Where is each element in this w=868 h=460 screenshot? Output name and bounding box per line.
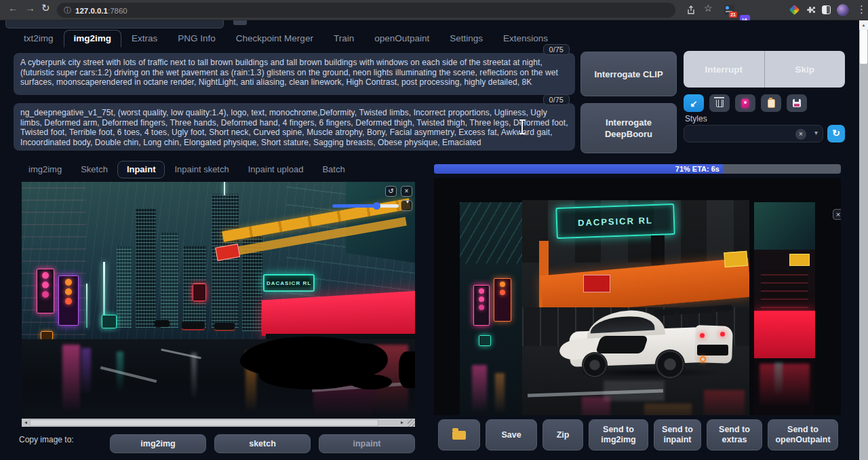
interrogate-deepbooru-button[interactable]: Interrogate DeepBooru xyxy=(580,103,677,153)
address-bar[interactable]: ⓘ 127.0.0.1:7860 xyxy=(57,3,675,18)
interrupt-skip-group: Interrupt Skip xyxy=(684,51,845,88)
scroll-left-icon[interactable]: ◂ xyxy=(22,419,30,427)
brush-size-slider[interactable] xyxy=(332,204,399,208)
canvas-scrollbar[interactable]: ◂ ▸ xyxy=(22,419,415,427)
clear-prompt-button[interactable] xyxy=(709,94,730,112)
chevron-down-icon[interactable]: ▾ xyxy=(814,129,818,136)
open-folder-button[interactable] xyxy=(438,419,480,451)
tab-settings[interactable]: Settings xyxy=(439,30,493,47)
close-icon: × xyxy=(836,210,840,218)
save-style-button[interactable] xyxy=(787,94,807,112)
refresh-styles-button[interactable]: ↻ xyxy=(827,125,845,142)
interrupt-button[interactable]: Interrupt xyxy=(684,51,764,88)
scrollbar-thumb[interactable] xyxy=(860,30,867,64)
send-to-inpaint-button[interactable]: Send to inpaint xyxy=(654,419,701,451)
gallery-image-main[interactable]: DACPSICR RL xyxy=(522,200,749,415)
clear-styles-icon[interactable]: × xyxy=(795,129,806,140)
progress-bar: 71% ETA: 6s xyxy=(434,164,841,174)
inpaint-canvas[interactable]: DACASICR RL ↺ xyxy=(22,182,415,418)
subtab-inpaint-sketch[interactable]: Inpaint sketch xyxy=(165,161,238,178)
neon-sign-teal-small xyxy=(102,315,117,328)
forward-icon[interactable]: → xyxy=(25,2,35,14)
zip-button[interactable]: Zip xyxy=(542,419,583,451)
send-to-extras-button[interactable]: Send to extras xyxy=(707,419,762,451)
reflection xyxy=(62,345,80,413)
canvas-neon-sign: DACASICR RL xyxy=(263,274,315,292)
send-to-img2img-button[interactable]: Send to img2img xyxy=(589,419,648,451)
tab-extras[interactable]: Extras xyxy=(121,30,167,47)
gallery-image-right[interactable] xyxy=(754,202,815,415)
neon-sign-purple xyxy=(58,275,79,326)
colorful-diamond-icon[interactable] xyxy=(789,5,800,16)
neon-sign-teal-small xyxy=(479,335,491,346)
negative-prompt-input[interactable]: ng_deepnegative_v1_75t, (worst quality, … xyxy=(14,103,575,151)
reflection xyxy=(604,381,665,401)
tab-txt2img[interactable]: txt2img xyxy=(14,30,64,47)
save-button[interactable]: Save xyxy=(486,419,537,451)
copy-to-inpaint-button[interactable]: inpaint xyxy=(319,434,415,453)
card-icon xyxy=(742,99,749,108)
bookmark-star-icon[interactable]: ☆ xyxy=(704,3,713,14)
tab-img2img[interactable]: img2img xyxy=(64,30,122,47)
brush-size-thumb[interactable] xyxy=(373,202,380,210)
inpaint-mask-blob xyxy=(399,351,415,388)
copy-to-sketch-button[interactable]: sketch xyxy=(214,434,311,453)
paste-params-button[interactable]: ↙ xyxy=(684,94,704,112)
tab-checkpoint-merger[interactable]: Checkpoint Merger xyxy=(226,30,323,47)
brush-button[interactable] xyxy=(401,200,412,211)
extension-badge21-icon[interactable]: 21 xyxy=(724,5,734,15)
prompt-input[interactable]: A cyberpunk city street with lots of tra… xyxy=(14,53,575,95)
distant-car xyxy=(182,322,205,330)
close-preview-button[interactable]: × xyxy=(833,209,841,220)
rear-vent xyxy=(697,345,728,356)
back-icon[interactable]: ← xyxy=(8,2,18,14)
img2img-subtabbar: img2img Sketch Inpaint Inpaint sketch In… xyxy=(19,161,355,178)
dark-facade xyxy=(761,270,808,308)
extension-badge: 21 xyxy=(729,12,737,18)
neon-sign-pink xyxy=(37,269,54,313)
apply-style-button[interactable] xyxy=(761,94,781,112)
skip-button[interactable]: Skip xyxy=(764,51,846,88)
scrolled-element-remnant xyxy=(5,20,224,28)
extensions-puzzle-icon[interactable] xyxy=(806,5,816,16)
screen: ← → ↻ ⓘ 127.0.0.1:7860 ☆ 21 IA 3 N ⋮ ▲ xyxy=(0,0,868,460)
send-to-openoutpaint-button[interactable]: Send to openOutpaint xyxy=(768,419,838,451)
reading-mode-icon[interactable] xyxy=(822,5,831,14)
styles-label: Styles xyxy=(685,114,707,123)
subtab-sketch[interactable]: Sketch xyxy=(71,161,117,178)
scroll-right-icon[interactable]: ▸ xyxy=(398,419,406,427)
neon-dot xyxy=(500,282,505,287)
neon-sign-pink xyxy=(473,285,490,326)
building xyxy=(161,233,178,328)
extra-networks-button[interactable] xyxy=(735,94,755,112)
profile-avatar[interactable] xyxy=(837,4,849,16)
page-scrollbar[interactable]: ▲ xyxy=(859,20,868,460)
subtab-inpaint[interactable]: Inpaint xyxy=(117,161,165,178)
subtab-inpaint-upload[interactable]: Inpaint upload xyxy=(239,161,313,178)
gallery-image-left[interactable] xyxy=(460,202,522,415)
close-icon: × xyxy=(405,187,409,195)
reload-icon[interactable]: ↻ xyxy=(41,2,50,14)
styles-dropdown[interactable]: × ▾ xyxy=(684,125,823,142)
yellow-sign xyxy=(724,251,747,267)
browser-menu-icon[interactable]: ⋮ xyxy=(856,3,867,16)
share-icon[interactable] xyxy=(686,5,696,16)
subtab-img2img[interactable]: img2img xyxy=(19,161,71,178)
canvas-scrollbar-thumb[interactable] xyxy=(30,419,378,426)
progress-fill: 71% ETA: 6s xyxy=(434,164,723,174)
neon-dot xyxy=(479,296,484,302)
interrogate-clip-button[interactable]: Interrogate CLIP xyxy=(580,52,677,96)
preview-gallery[interactable]: DACPSICR RL xyxy=(434,178,841,415)
reflection xyxy=(704,390,745,415)
resize-grip[interactable] xyxy=(408,419,415,427)
undo-button[interactable]: ↺ xyxy=(385,186,397,197)
neon-dot xyxy=(42,291,49,298)
clear-image-button[interactable]: × xyxy=(401,186,412,197)
tab-openoutpaint[interactable]: openOutpaint xyxy=(364,30,439,47)
tab-train[interactable]: Train xyxy=(323,30,364,47)
subtab-batch[interactable]: Batch xyxy=(313,161,354,178)
tab-png-info[interactable]: PNG Info xyxy=(167,30,226,47)
site-info-icon[interactable]: ⓘ xyxy=(64,5,71,16)
scrollbar-up-icon[interactable]: ▲ xyxy=(859,20,868,30)
copy-to-img2img-button[interactable]: img2img xyxy=(110,434,206,453)
